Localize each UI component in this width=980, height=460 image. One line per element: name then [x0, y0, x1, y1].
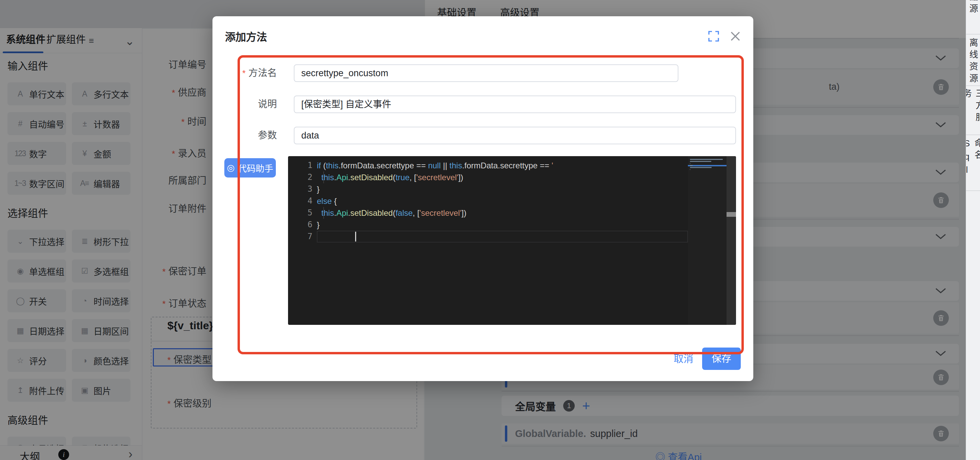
assistant-icon: ◎: [227, 163, 235, 173]
editor-scrollbar: [727, 156, 736, 325]
minimap-line: [690, 159, 723, 160]
tab-offline-resources[interactable]: 离线资源: [966, 38, 980, 86]
text-cursor: [355, 232, 356, 241]
add-method-dialog: 添加方法 *方法名 secrettype_oncustom 说明 [保密类型] …: [212, 16, 753, 381]
form-designer-app: 系统组件 扩展组件 ≡ ⌄ 输入组件A单行文本A多行文本#自动编号±计数器123…: [0, 0, 980, 460]
code-line-3[interactable]: }: [317, 183, 678, 195]
minimap-slider: [688, 165, 727, 166]
tab-named-sql[interactable]: 命名Sql: [966, 138, 980, 190]
description-label: 说明: [219, 95, 277, 113]
minimap-line: [690, 165, 693, 166]
code-line-4[interactable]: else {: [317, 195, 678, 207]
params-row: 参数 data: [212, 127, 753, 144]
code-line-2[interactable]: this.Api.setDisabled(true, ['secretlevel…: [317, 171, 678, 183]
code-line-6[interactable]: }: [317, 219, 678, 231]
tab-third-party-services[interactable]: 三方服务: [966, 89, 980, 135]
minimap-line: [690, 161, 711, 162]
indent-guide: [323, 207, 324, 219]
line-numbers: 1234567: [288, 160, 312, 243]
params-input[interactable]: data: [294, 127, 736, 144]
code-content[interactable]: if (this.formData.secrettype == null || …: [317, 160, 678, 243]
params-label: 参数: [219, 127, 277, 144]
code-line-5[interactable]: this.Api.setDisabled(false, ['secretleve…: [317, 207, 678, 219]
tab-data-source[interactable]: 据源: [966, 0, 980, 34]
editor-minimap[interactable]: [688, 156, 727, 325]
code-editor[interactable]: 1234567 if (this.formData.secrettype == …: [288, 156, 736, 325]
method-name-label: *方法名: [219, 64, 277, 82]
indent-guide: [323, 171, 324, 183]
cancel-button[interactable]: 取消: [667, 352, 700, 366]
close-icon[interactable]: [730, 30, 741, 42]
fullscreen-icon[interactable]: [708, 30, 719, 42]
minimap-line: [690, 167, 712, 168]
method-name-row: *方法名 secrettype_oncustom: [212, 64, 753, 82]
resource-tab-strip: 据源 离线资源 三方服务 命名Sql: [966, 0, 980, 460]
description-input[interactable]: [保密类型] 自定义事件: [294, 95, 736, 113]
scrollbar-thumb[interactable]: [727, 212, 736, 217]
code-assistant-button[interactable]: ◎ 代码助手: [224, 158, 276, 178]
method-name-input[interactable]: secrettype_oncustom: [294, 64, 678, 82]
description-row: 说明 [保密类型] 自定义事件: [212, 95, 753, 113]
save-button[interactable]: 保存: [702, 347, 741, 370]
current-line-highlight: [317, 231, 688, 243]
code-line-1[interactable]: if (this.formData.secrettype == null || …: [317, 160, 678, 171]
dialog-title: 添加方法: [225, 29, 267, 44]
